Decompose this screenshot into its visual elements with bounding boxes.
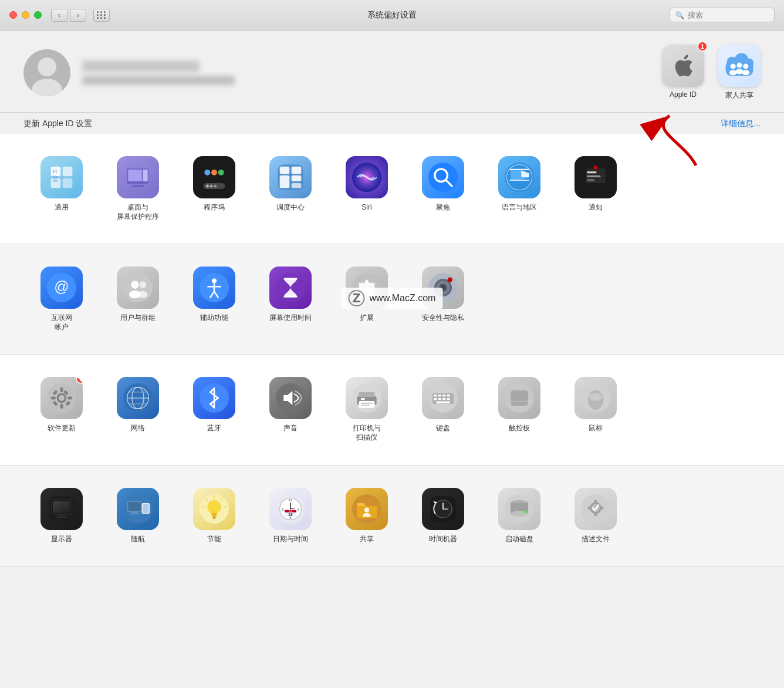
sidebar-item-bluetooth[interactable]: 蓝牙: [176, 371, 252, 448]
sidebar-item-sound[interactable]: 声音: [252, 371, 329, 448]
siri-icon-svg: [352, 163, 381, 192]
apple-id-icon-wrapper[interactable]: 1 Apple ID: [662, 45, 704, 99]
accessibility-label: 辅助功能: [200, 313, 228, 323]
general-label: 通用: [55, 203, 69, 213]
mouse-label: 鼠标: [589, 424, 603, 433]
internet-icon: @: [40, 267, 83, 309]
timemachine-icon-svg: [428, 494, 458, 524]
svg-rect-86: [51, 397, 56, 400]
trackpad-label: 触控板: [509, 424, 530, 433]
sidebar-item-energy[interactable]: 节能: [176, 482, 252, 550]
sidebar-item-network[interactable]: 网络: [100, 371, 176, 448]
svg-point-29: [211, 170, 217, 176]
svg-point-9: [737, 63, 742, 68]
svg-point-64: [138, 291, 148, 298]
mission-icon-svg: [276, 163, 305, 192]
svg-point-32: [210, 185, 213, 188]
startup-label: 启动磁盘: [505, 535, 533, 544]
sidebar-item-security[interactable]: 安全性与隐私: [405, 261, 481, 338]
svg-rect-181: [600, 506, 603, 509]
close-button[interactable]: [9, 11, 17, 19]
siri-icon: [346, 156, 388, 198]
svg-rect-35: [280, 167, 290, 174]
sidebar-item-profiles[interactable]: 描述文件: [557, 482, 634, 550]
sidebar-item-screentime[interactable]: 屏幕使用时间: [252, 261, 329, 338]
dock-icon-svg: [200, 163, 229, 192]
sidebar-item-general[interactable]: Fi Ne On 通用: [23, 150, 100, 227]
minimize-button[interactable]: [22, 11, 29, 19]
family-sharing-svg: [724, 52, 755, 80]
back-button[interactable]: ‹: [51, 9, 67, 22]
software-badge: 1: [76, 377, 83, 384]
svg-rect-37: [280, 176, 290, 188]
svg-point-60: [123, 273, 153, 302]
screentime-label: 屏幕使用时间: [269, 313, 312, 323]
sidebar-item-notification[interactable]: 通知: [557, 150, 634, 227]
mission-label: 调度中心: [276, 203, 305, 213]
svg-point-33: [214, 185, 217, 188]
extensions-label: 扩展: [360, 313, 374, 323]
keyboard-icon: [422, 377, 464, 419]
display-label: 显示器: [51, 535, 72, 544]
sidebar-item-sharing[interactable]: 共享: [329, 482, 405, 550]
svg-point-71: [276, 273, 305, 302]
svg-rect-85: [60, 404, 63, 409]
svg-rect-138: [143, 504, 148, 512]
mission-icon: [269, 156, 312, 198]
sidebar-item-spotlight[interactable]: 聚焦: [405, 150, 481, 227]
user-right: 1 Apple ID: [662, 45, 761, 100]
printer-label: 打印机与扫描仪: [353, 424, 381, 442]
sidebar-item-accessibility[interactable]: 辅助功能: [176, 261, 252, 338]
svg-rect-136: [129, 513, 140, 514]
sidebar-item-trackpad[interactable]: 触控板: [481, 371, 557, 448]
maximize-button[interactable]: [34, 11, 42, 19]
dock-icon: [193, 156, 235, 198]
sidebar-item-datetime[interactable]: 12 3 6 9 JUN 18 日期与时间: [252, 482, 329, 550]
sidebar-item-startup[interactable]: 启动磁盘: [481, 482, 557, 550]
sidebar-item-internet[interactable]: @ 互联网帐户: [23, 261, 100, 338]
family-sharing-icon-wrapper[interactable]: 家人共享: [718, 45, 761, 100]
sidebar-item-users[interactable]: 用户与群组: [100, 261, 176, 338]
svg-marker-47: [511, 170, 521, 180]
sidebar-item-software[interactable]: 1 软件更新: [23, 371, 100, 448]
user-left: [23, 49, 235, 96]
sidebar-item-desktop[interactable]: 桌面与屏幕保护程序: [100, 150, 176, 227]
sidebar-item-mission[interactable]: 调度中心: [252, 150, 329, 227]
sidebar-item-siri[interactable]: Siri: [329, 150, 405, 227]
sidebar-item-language[interactable]: 语言与地区: [481, 150, 557, 227]
user-email: [82, 76, 235, 85]
search-box[interactable]: 🔍: [669, 8, 775, 22]
profiles-label: 描述文件: [582, 535, 610, 544]
svg-point-1: [38, 58, 56, 76]
datetime-icon: 12 3 6 9 JUN 18: [269, 488, 312, 530]
svg-rect-17: [63, 178, 73, 188]
sidebar-item-display[interactable]: 显示器: [23, 482, 100, 550]
svg-rect-104: [359, 401, 375, 408]
svg-rect-55: [587, 171, 597, 173]
section-1-grid: Fi Ne On 通用 桌面与屏幕保护程: [23, 150, 761, 227]
sidebar-item-printer[interactable]: 打印机与扫描仪: [329, 371, 405, 448]
users-icon: [117, 267, 159, 309]
detail-link[interactable]: 详细信息...: [721, 119, 761, 129]
sidebar-item-sidecar[interactable]: 随航: [100, 482, 176, 550]
svg-rect-142: [211, 512, 217, 514]
display-icon-svg: [47, 494, 76, 524]
printer-icon-svg: [352, 383, 381, 413]
sidebar-item-keyboard[interactable]: 键盘: [405, 371, 481, 448]
forward-button[interactable]: ›: [70, 9, 86, 22]
svg-text:9: 9: [282, 507, 283, 511]
search-input[interactable]: [688, 11, 768, 19]
software-label: 软件更新: [48, 424, 76, 433]
startup-icon-svg: [505, 494, 534, 524]
sidebar-item-extensions[interactable]: 扩展: [329, 261, 405, 338]
sidebar-item-dock[interactable]: 程序坞: [176, 150, 252, 227]
sidebar-item-mouse[interactable]: 鼠标: [557, 371, 634, 448]
section-3-grid: 1 软件更新 网络: [23, 371, 761, 448]
svg-rect-117: [447, 398, 450, 400]
spotlight-icon: [422, 156, 464, 198]
svg-rect-84: [60, 387, 63, 392]
sidebar-item-timemachine[interactable]: 时间机器: [405, 482, 481, 550]
svg-rect-179: [594, 512, 597, 515]
trackpad-icon: [498, 377, 540, 419]
grid-view-button[interactable]: [93, 9, 110, 22]
